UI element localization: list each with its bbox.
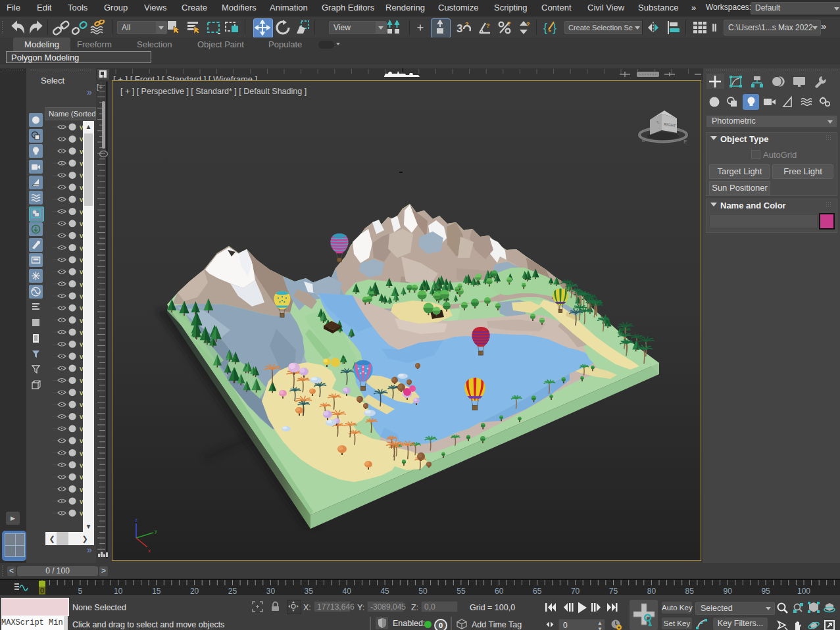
svg-text:50: 50	[418, 587, 428, 595]
svg-text:[ + ] [ Perspective ] [ Standa: [ + ] [ Perspective ] [ Standard* ] [ De…	[120, 87, 307, 96]
svg-text:?: ?	[507, 20, 511, 27]
svg-text:y: y	[155, 528, 157, 534]
svg-text:35: 35	[305, 587, 314, 595]
svg-text:25: 25	[228, 587, 237, 595]
svg-text:60: 60	[495, 587, 504, 595]
svg-text:75: 75	[609, 587, 618, 595]
svg-text:E: E	[683, 139, 687, 145]
svg-text:{: {	[543, 21, 547, 34]
svg-text:45: 45	[380, 587, 389, 595]
svg-text:100: 100	[797, 587, 810, 595]
svg-text:70: 70	[571, 587, 580, 595]
svg-text:?: ?	[486, 22, 490, 29]
svg-text:85: 85	[685, 587, 695, 595]
svg-text:65: 65	[533, 587, 542, 595]
svg-text:55: 55	[457, 587, 466, 595]
svg-text:?: ?	[526, 21, 530, 28]
svg-text:z: z	[135, 517, 137, 523]
svg-text:40: 40	[343, 587, 352, 595]
svg-text:20: 20	[190, 587, 199, 595]
svg-text:15: 15	[152, 587, 161, 595]
svg-text:5: 5	[78, 587, 83, 595]
svg-text:80: 80	[647, 587, 656, 595]
svg-text:3: 3	[457, 22, 462, 35]
svg-text:[+: [+	[97, 83, 103, 91]
svg-text:?: ?	[465, 21, 469, 28]
svg-text:90: 90	[724, 587, 733, 595]
svg-text:[ + ] [ Front ] [ Standard ] [: [ + ] [ Front ] [ Standard ] [ Wireframe…	[113, 74, 257, 80]
svg-text:x: x	[148, 548, 151, 554]
svg-text:30: 30	[266, 587, 276, 595]
svg-text:0: 0	[40, 587, 44, 594]
svg-text:10: 10	[114, 587, 123, 595]
svg-text:95: 95	[761, 587, 770, 595]
svg-text:S: S	[641, 137, 645, 143]
